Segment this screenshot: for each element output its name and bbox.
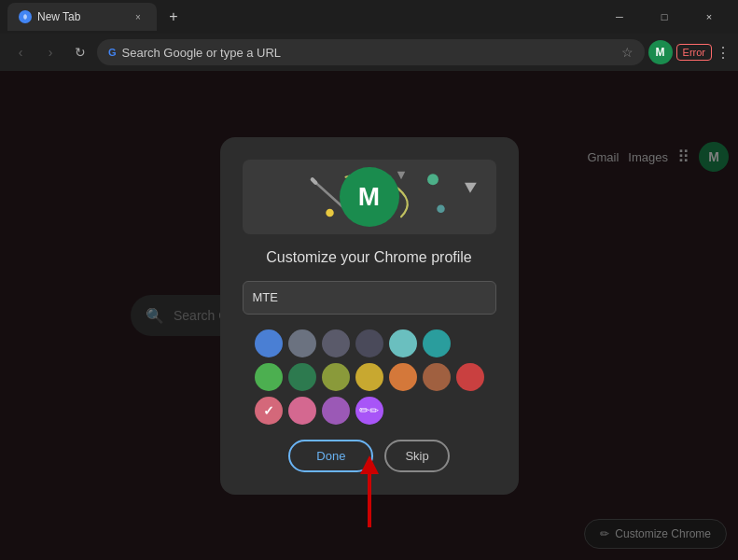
toolbar-right: M Error ⋮ [648, 40, 731, 64]
svg-point-6 [437, 204, 445, 213]
skip-button[interactable]: Skip [384, 440, 449, 472]
menu-button[interactable]: ⋮ [716, 44, 731, 62]
svg-point-5 [427, 174, 439, 185]
svg-marker-3 [397, 171, 405, 179]
custom-icon: ✏ [359, 403, 369, 417]
tab-close-button[interactable]: × [131, 9, 146, 24]
color-swatch-olive[interactable] [322, 363, 350, 391]
color-swatch-blue1[interactable] [255, 329, 283, 357]
profile-name-input[interactable] [243, 281, 496, 315]
main-content: Gmail Images ⠿ M 🔍 Search G 🎤 ⊙ [0, 71, 738, 560]
color-swatch-brown[interactable] [423, 363, 451, 391]
color-swatch-orange[interactable] [389, 363, 417, 391]
tab-area: New Tab × + [7, 3, 594, 31]
minimize-button[interactable]: ─ [598, 2, 641, 32]
profile-avatar-large: M [340, 167, 399, 227]
modal-header-art: M [243, 160, 496, 234]
window-controls: ─ □ × [598, 2, 731, 32]
color-swatch-pink1[interactable] [255, 397, 283, 425]
toolbar: ‹ › ↻ G Search Google or type a URL ☆ M … [0, 34, 738, 71]
modal-title: Customize your Chrome profile [266, 249, 472, 266]
tab-title: New Tab [37, 10, 125, 23]
modal-overlay: M Customize your Chrome profile [0, 71, 738, 560]
active-tab[interactable]: New Tab × [7, 3, 157, 31]
svg-point-4 [326, 208, 334, 217]
color-swatch-gray1[interactable] [288, 329, 316, 357]
title-bar: New Tab × + ─ □ × [0, 0, 738, 34]
svg-line-2 [312, 179, 314, 182]
profile-button[interactable]: M [648, 40, 673, 64]
color-swatch-yellow[interactable] [355, 363, 383, 391]
new-tab-button[interactable]: + [160, 4, 187, 30]
color-swatch-pink2[interactable] [288, 397, 316, 425]
google-icon: G [108, 47, 117, 58]
close-button[interactable]: × [688, 2, 731, 32]
color-grid: ✏ [255, 329, 484, 425]
color-swatch-green1[interactable] [255, 363, 283, 391]
color-swatch-gray2[interactable] [322, 329, 350, 357]
address-text: Search Google or type a URL [122, 46, 616, 60]
color-swatch-green2[interactable] [288, 363, 316, 391]
color-swatch-teal1[interactable] [389, 329, 417, 357]
svg-marker-7 [465, 182, 477, 192]
bookmark-icon[interactable]: ☆ [621, 45, 634, 60]
color-swatch-custom[interactable]: ✏ [355, 397, 383, 425]
reload-button[interactable]: ↻ [67, 39, 93, 65]
address-bar[interactable]: G Search Google or type a URL ☆ [97, 39, 645, 65]
maximize-button[interactable]: □ [643, 2, 686, 32]
color-swatch-red[interactable] [456, 363, 484, 391]
color-swatch-gray3[interactable] [355, 329, 383, 357]
back-button[interactable]: ‹ [7, 39, 34, 65]
color-swatch-teal2[interactable] [423, 329, 451, 357]
error-button[interactable]: Error [676, 44, 712, 61]
forward-button[interactable]: › [37, 39, 63, 65]
color-swatch-purple1[interactable] [322, 397, 350, 425]
done-button[interactable]: Done [288, 440, 373, 472]
modal-buttons: Done Skip [288, 440, 449, 472]
tab-favicon [19, 10, 32, 23]
color-swatch-spacer1 [456, 329, 484, 357]
profile-modal: M Customize your Chrome profile [220, 137, 519, 495]
